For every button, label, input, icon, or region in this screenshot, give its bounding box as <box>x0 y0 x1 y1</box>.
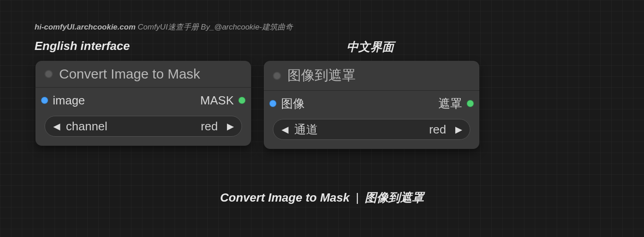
input-port-image[interactable]: 图像 <box>266 96 305 112</box>
port-dot-icon[interactable] <box>467 100 474 107</box>
node-header[interactable]: Convert Image to Mask <box>35 61 251 88</box>
output-port-mask[interactable]: MASK <box>200 94 249 108</box>
input-port-label: 图像 <box>281 96 305 112</box>
port-dot-icon[interactable] <box>269 100 277 107</box>
chevron-left-icon[interactable]: ◀ <box>51 121 61 132</box>
input-port-image[interactable]: image <box>37 94 85 108</box>
node-title: 图像到遮罩 <box>287 66 356 85</box>
channel-selector[interactable]: ◀ channel red ▶ <box>45 116 242 137</box>
node-convert-image-to-mask-en[interactable]: Convert Image to Mask image MASK ◀ chann… <box>35 61 251 146</box>
port-dot-icon[interactable] <box>238 97 246 104</box>
widget-value: red <box>429 123 449 137</box>
footer-caption-zh: 图像到遮罩 <box>365 191 424 204</box>
footer-caption: Convert Image to Mask | 图像到遮罩 <box>0 190 644 206</box>
output-port-mask[interactable]: 遮罩 <box>438 96 478 112</box>
node-status-dot-icon <box>273 72 281 80</box>
node-title: Convert Image to Mask <box>59 66 200 82</box>
port-dot-icon[interactable] <box>41 97 48 104</box>
attribution-line: hi-comfyUl.archcookie.com ComfyUI速查手册 By… <box>35 22 293 32</box>
widget-value: red <box>201 119 221 133</box>
node-convert-image-to-mask-zh[interactable]: 图像到遮罩 图像 遮罩 ◀ 通道 red ▶ <box>264 61 479 149</box>
attribution-url: hi-comfyUl.archcookie.com <box>35 23 136 31</box>
output-port-label: 遮罩 <box>438 96 462 112</box>
chevron-left-icon[interactable]: ◀ <box>280 124 290 135</box>
column-label-chinese: 中文界面 <box>347 39 394 55</box>
widget-name: 通道 <box>294 122 318 138</box>
output-port-label: MASK <box>200 94 234 108</box>
column-label-english: English interface <box>35 39 130 53</box>
node-status-dot-icon <box>45 70 53 78</box>
chevron-right-icon[interactable]: ▶ <box>453 124 463 135</box>
footer-caption-en: Convert Image to Mask <box>220 191 350 204</box>
footer-caption-separator: | <box>353 191 362 204</box>
node-ports-row: image MASK <box>35 90 251 110</box>
chevron-right-icon[interactable]: ▶ <box>225 121 235 132</box>
channel-selector[interactable]: ◀ 通道 red ▶ <box>273 119 470 140</box>
node-header[interactable]: 图像到遮罩 <box>264 61 479 91</box>
widget-name: channel <box>66 119 107 133</box>
node-ports-row: 图像 遮罩 <box>264 94 479 114</box>
input-port-label: image <box>53 94 85 108</box>
attribution-credit: ComfyUI速查手册 By_@archcookie-建筑曲奇 <box>138 23 293 31</box>
